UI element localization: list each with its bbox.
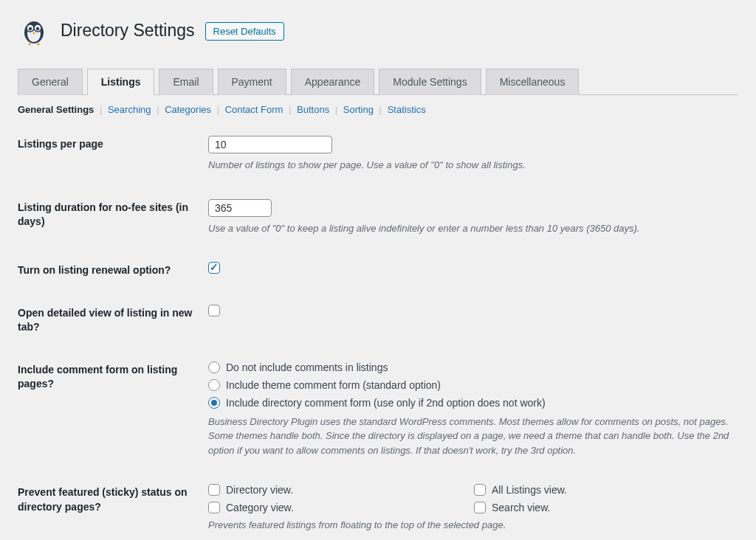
open-new-tab-checkbox[interactable] [208, 305, 220, 316]
label-include-comments: Include comment form on listing pages? [18, 361, 208, 392]
plugin-logo-icon [18, 15, 50, 47]
row-listing-duration: Listing duration for no-fee sites (in da… [18, 199, 738, 236]
tab-miscellaneous[interactable]: Miscellaneous [486, 69, 580, 95]
tab-module-settings[interactable]: Module Settings [379, 69, 481, 95]
help-prevent-sticky: Prevents featured listings from floating… [208, 518, 738, 533]
subnav-categories[interactable]: Categories [165, 104, 211, 115]
subnav-buttons[interactable]: Buttons [297, 104, 329, 115]
tab-listings[interactable]: Listings [87, 69, 155, 95]
help-listing-duration: Use a value of "0" to keep a listing ali… [208, 221, 738, 236]
comments-radio-theme-label: Include theme comment form (standard opt… [226, 379, 441, 391]
label-prevent-sticky: Prevent featured (sticky) status on dire… [18, 484, 208, 514]
comments-radio-none-label: Do not include comments in listings [226, 361, 388, 373]
comments-radio-directory[interactable] [208, 397, 220, 409]
tabs-nav: General Listings Email Payment Appearanc… [18, 68, 738, 95]
label-renewal-option: Turn on listing renewal option? [18, 262, 208, 278]
settings-form: Listings per page Number of listings to … [18, 136, 738, 533]
prevent-sticky-directory-label: Directory view. [226, 484, 293, 496]
svg-point-4 [29, 27, 32, 30]
subnav-statistics[interactable]: Statistics [388, 104, 426, 115]
page-title: Directory Settings [61, 20, 195, 42]
prevent-sticky-category-checkbox[interactable] [208, 502, 220, 513]
subnav-general-settings[interactable]: General Settings [18, 104, 94, 115]
tab-payment[interactable]: Payment [218, 69, 286, 95]
label-listings-per-page: Listings per page [18, 136, 208, 152]
listing-duration-input[interactable] [208, 199, 272, 217]
tab-general[interactable]: General [18, 69, 83, 95]
reset-defaults-button[interactable]: Reset Defaults [205, 22, 284, 41]
row-renewal-option: Turn on listing renewal option? [18, 262, 738, 278]
svg-point-5 [36, 27, 39, 30]
subnav: General Settings | Searching | Categorie… [18, 104, 738, 115]
listings-per-page-input[interactable] [208, 136, 332, 153]
prevent-sticky-directory-checkbox[interactable] [208, 484, 220, 496]
renewal-option-checkbox[interactable] [208, 262, 220, 274]
comments-radio-none[interactable] [208, 361, 220, 373]
prevent-sticky-all-listings-label: All Listings view. [492, 484, 567, 496]
comments-radio-directory-label: Include directory comment form (use only… [226, 397, 546, 409]
label-listing-duration: Listing duration for no-fee sites (in da… [18, 199, 208, 229]
comments-radio-theme[interactable] [208, 379, 220, 391]
help-listings-per-page: Number of listings to show per page. Use… [208, 158, 738, 173]
row-open-new-tab: Open detailed view of listing in new tab… [18, 305, 738, 335]
tab-appearance[interactable]: Appearance [291, 69, 375, 95]
label-open-new-tab: Open detailed view of listing in new tab… [18, 305, 208, 335]
subnav-sorting[interactable]: Sorting [343, 104, 374, 115]
subnav-searching[interactable]: Searching [108, 104, 151, 115]
header: Directory Settings Reset Defaults [18, 15, 738, 47]
subnav-contact-form[interactable]: Contact Form [225, 104, 284, 115]
prevent-sticky-all-listings-checkbox[interactable] [474, 484, 486, 496]
row-include-comments: Include comment form on listing pages? D… [18, 361, 738, 458]
row-listings-per-page: Listings per page Number of listings to … [18, 136, 738, 173]
prevent-sticky-search-checkbox[interactable] [474, 502, 486, 513]
tab-email[interactable]: Email [159, 69, 213, 95]
help-include-comments: Business Directory Plugin uses the stand… [208, 415, 738, 458]
prevent-sticky-search-label: Search view. [492, 502, 550, 513]
prevent-sticky-category-label: Category view. [226, 502, 294, 513]
row-prevent-sticky: Prevent featured (sticky) status on dire… [18, 484, 738, 533]
